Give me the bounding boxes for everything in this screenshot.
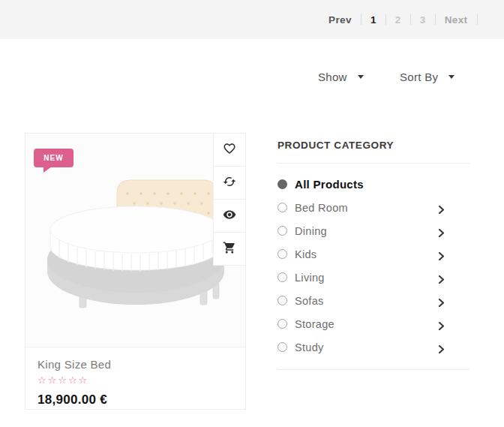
pagination-next-button[interactable]: Next [445,14,468,26]
heart-icon [223,142,236,158]
pagination-divider [361,14,362,25]
show-dropdown[interactable]: Show [318,71,364,83]
category-item-bed-room[interactable]: Bed Room [278,196,470,219]
cart-icon [223,241,236,257]
category-item-kids[interactable]: Kids [278,242,470,266]
chevron-right-icon[interactable] [437,250,446,263]
pagination-page-3[interactable]: 3 [420,14,426,26]
product-info: King Size Bed ☆☆☆☆☆ 18,900.00 € [26,347,245,407]
pagination: Prev 1 2 3 Next [328,0,478,39]
category-sidebar-title: PRODUCT CATEGORY [278,140,470,151]
category-label: Kids [295,248,316,260]
pagination-divider [410,14,411,25]
chevron-right-icon[interactable] [437,343,446,356]
chevron-right-icon[interactable] [437,273,446,287]
category-sidebar: PRODUCT CATEGORY All Products Bed Room D… [278,140,470,370]
pagination-divider [477,14,478,25]
pagination-prev-button[interactable]: Prev [328,14,352,26]
radio-icon[interactable] [278,203,287,212]
radio-icon[interactable] [278,272,287,282]
category-label: Bed Room [295,202,348,214]
radio-icon[interactable] [278,296,287,305]
product-price: 18,900.00 € [38,392,233,407]
top-bar: Prev 1 2 3 Next [0,0,504,39]
chevron-down-icon [448,75,454,79]
product-card[interactable]: NEW [25,133,246,410]
show-dropdown-label: Show [318,71,347,83]
category-item-dining[interactable]: Dining [278,219,470,242]
chevron-right-icon[interactable] [437,296,446,310]
category-list: All Products Bed Room Dining Kids Living… [278,173,470,359]
category-item-living[interactable]: Living [278,266,470,289]
category-label: All Products [295,178,364,191]
product-action-stack [213,134,245,266]
category-label: Living [295,272,325,284]
pagination-divider [386,14,386,25]
radio-icon[interactable] [278,249,287,259]
add-to-cart-button[interactable] [213,233,245,266]
radio-icon[interactable] [278,226,287,236]
category-item-storage[interactable]: Storage [278,312,470,335]
chevron-right-icon[interactable] [437,227,446,240]
chevron-right-icon[interactable] [437,203,446,217]
new-badge: NEW [34,149,74,167]
radio-selected-icon[interactable] [278,179,287,189]
category-item-sofas[interactable]: Sofas [278,289,470,312]
radio-icon[interactable] [278,319,287,329]
category-label: Sofas [295,295,324,307]
pagination-page-1[interactable]: 1 [370,14,376,26]
chevron-down-icon [358,75,364,79]
compare-button[interactable] [213,167,245,200]
category-label: Study [295,341,324,353]
divider [278,163,470,164]
wishlist-button[interactable] [213,134,245,167]
product-name[interactable]: King Size Bed [38,358,233,371]
product-rating-stars: ☆☆☆☆☆ [38,374,233,386]
category-item-all-products[interactable]: All Products [278,173,470,196]
chevron-right-icon[interactable] [437,320,446,333]
divider [278,369,470,370]
sort-by-dropdown[interactable]: Sort By [400,71,454,83]
radio-icon[interactable] [278,342,287,352]
category-label: Storage [295,318,334,330]
sync-icon [223,175,236,191]
product-image-area[interactable]: NEW [26,134,245,347]
pagination-page-2[interactable]: 2 [395,14,401,26]
quick-view-button[interactable] [213,200,245,233]
eye-icon [223,208,236,224]
category-item-study[interactable]: Study [278,335,470,359]
pagination-divider [435,14,436,25]
category-label: Dining [295,225,327,237]
sort-by-dropdown-label: Sort By [400,71,438,83]
new-badge-label: NEW [44,154,63,162]
